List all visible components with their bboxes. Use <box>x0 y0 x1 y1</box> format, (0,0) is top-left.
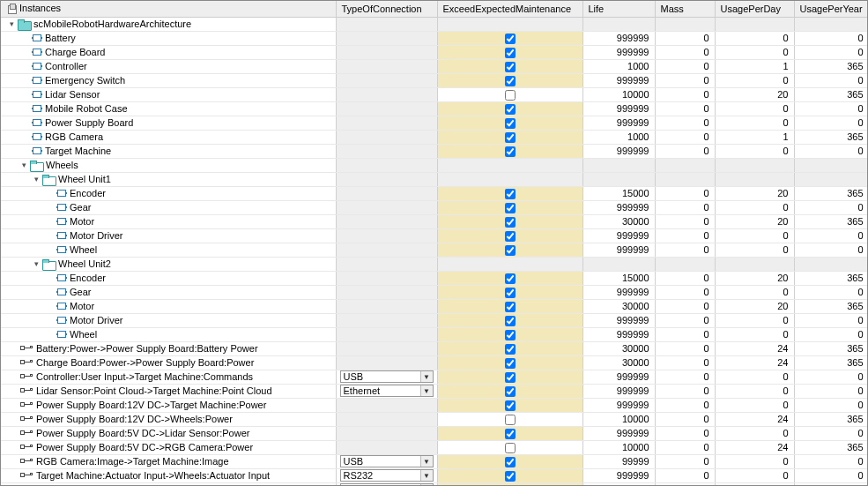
cell-life[interactable]: 999999 <box>582 144 655 158</box>
cell-usageperyear[interactable]: 0 <box>794 426 868 440</box>
cell-exceed[interactable] <box>437 299 582 313</box>
col-usageperday[interactable]: UsagePerDay <box>715 1 794 17</box>
cell-usageperday[interactable]: 0 <box>715 228 794 243</box>
table-row[interactable]: Motor Driver999999000 <box>1 228 868 243</box>
cell-mass[interactable]: 0 <box>655 412 715 426</box>
cell-exceed[interactable] <box>437 454 582 468</box>
table-row[interactable]: ▾Wheel Unit1 <box>1 172 868 186</box>
cell-mass[interactable]: 0 <box>655 285 715 299</box>
cell-mass[interactable]: 0 <box>655 370 715 384</box>
cell-life[interactable]: 30000 <box>582 214 655 228</box>
cell-exceed[interactable] <box>437 144 582 158</box>
cell-usageperday[interactable]: 24 <box>715 412 794 426</box>
cell-usageperyear[interactable]: 365 <box>794 214 868 228</box>
cell-life[interactable]: 999999 <box>582 426 655 440</box>
cell-life[interactable]: 999999 <box>582 327 655 341</box>
type-dropdown[interactable]: RS232▼ <box>340 469 434 482</box>
cell-exceed[interactable] <box>437 355 582 370</box>
table-row[interactable]: Gear999999000 <box>1 285 868 299</box>
cell-instances[interactable]: Battery:Power->Power Supply Board:Batter… <box>1 341 336 355</box>
cell-instances[interactable]: Controller <box>1 59 336 73</box>
exceed-checkbox[interactable] <box>505 231 516 242</box>
cell-life[interactable]: 999999 <box>582 101 655 116</box>
table-row[interactable]: Power Supply Board999999000 <box>1 116 868 130</box>
cell-usageperyear[interactable]: 0 <box>794 370 868 384</box>
cell-life[interactable]: 10000 <box>582 412 655 426</box>
tree-toggle-icon[interactable]: ▾ <box>33 260 41 268</box>
table-row[interactable]: Mobile Robot Case999999000 <box>1 101 868 116</box>
cell-exceed[interactable] <box>437 412 582 426</box>
cell-usageperyear[interactable]: 365 <box>794 412 868 426</box>
cell-instances[interactable]: Wheel <box>1 243 336 257</box>
cell-mass[interactable]: 0 <box>655 186 715 200</box>
cell-usageperyear[interactable]: 0 <box>794 398 868 412</box>
table-row[interactable]: Motor30000020365 <box>1 214 868 228</box>
exceed-checkbox[interactable] <box>505 316 516 326</box>
cell-mass[interactable]: 0 <box>655 130 715 144</box>
cell-usageperyear[interactable]: 0 <box>794 468 868 482</box>
cell-instances[interactable]: Wheels:Encoder Reading 1->Target Machine… <box>1 482 336 486</box>
cell-usageperday[interactable]: 24 <box>715 341 794 355</box>
exceed-checkbox[interactable] <box>505 118 516 129</box>
exceed-checkbox[interactable] <box>505 76 516 86</box>
cell-usageperday[interactable]: 0 <box>715 482 794 486</box>
exceed-checkbox[interactable] <box>505 217 516 228</box>
cell-instances[interactable]: Power Supply Board:12V DC->Wheels:Power <box>1 412 336 426</box>
cell-usageperday[interactable]: 0 <box>715 313 794 327</box>
cell-usageperyear[interactable]: 0 <box>794 482 868 486</box>
table-row[interactable]: Power Supply Board:12V DC->Wheels:Power1… <box>1 412 868 426</box>
cell-life[interactable]: 15000 <box>582 186 655 200</box>
table-row[interactable]: ▾Wheels <box>1 158 868 172</box>
cell-mass[interactable]: 0 <box>655 116 715 130</box>
chevron-down-icon[interactable]: ▼ <box>420 385 433 396</box>
cell-life[interactable]: 999999 <box>582 200 655 214</box>
cell-type[interactable]: RS232▼ <box>336 468 437 482</box>
cell-life[interactable]: 999999 <box>582 468 655 482</box>
cell-type[interactable]: USB▼ <box>336 454 437 468</box>
cell-exceed[interactable] <box>437 116 582 130</box>
cell-usageperyear[interactable]: 0 <box>794 45 868 59</box>
cell-type[interactable]: Ethernet▼ <box>336 384 437 398</box>
cell-instances[interactable]: Controller:User Input->Target Machine:Co… <box>1 370 336 384</box>
cell-usageperday[interactable]: 0 <box>715 285 794 299</box>
cell-usageperday[interactable]: 0 <box>715 426 794 440</box>
exceed-checkbox[interactable] <box>505 443 516 453</box>
exceed-checkbox[interactable] <box>505 344 516 355</box>
cell-usageperday[interactable]: 20 <box>715 186 794 200</box>
table-row[interactable]: Battery999999000 <box>1 31 868 45</box>
cell-life[interactable]: 999999 <box>582 370 655 384</box>
cell-life[interactable]: 999999 <box>582 313 655 327</box>
cell-mass[interactable]: 0 <box>655 214 715 228</box>
table-row[interactable]: Lidar Sensor:Point Cloud->Target Machine… <box>1 384 868 398</box>
cell-instances[interactable]: ▾Wheels <box>1 158 336 172</box>
cell-type[interactable]: RS232▼ <box>336 482 437 486</box>
col-type[interactable]: TypeOfConnection <box>336 1 437 17</box>
cell-usageperday[interactable]: 0 <box>715 398 794 412</box>
exceed-checkbox[interactable] <box>505 104 516 115</box>
cell-usageperyear[interactable]: 365 <box>794 59 868 73</box>
cell-usageperyear[interactable]: 365 <box>794 87 868 101</box>
cell-exceed[interactable] <box>437 243 582 257</box>
table-row[interactable]: Motor30000020365 <box>1 299 868 313</box>
cell-instances[interactable]: Lidar Sensor:Point Cloud->Target Machine… <box>1 384 336 398</box>
cell-instances[interactable]: Power Supply Board:12V DC->Target Machin… <box>1 398 336 412</box>
tree-toggle-icon[interactable]: ▾ <box>8 20 16 28</box>
cell-instances[interactable]: Gear <box>1 285 336 299</box>
cell-usageperyear[interactable]: 0 <box>794 454 868 468</box>
cell-exceed[interactable] <box>437 271 582 285</box>
cell-usageperday[interactable]: 0 <box>715 327 794 341</box>
exceed-checkbox[interactable] <box>505 34 516 44</box>
cell-mass[interactable]: 0 <box>655 482 715 486</box>
cell-life[interactable]: 999999 <box>582 73 655 87</box>
table-row[interactable]: Emergency Switch999999000 <box>1 73 868 87</box>
cell-usageperday[interactable]: 24 <box>715 355 794 370</box>
cell-mass[interactable]: 0 <box>655 468 715 482</box>
cell-usageperyear[interactable]: 365 <box>794 186 868 200</box>
cell-instances[interactable]: ▾Wheel Unit1 <box>1 172 336 186</box>
exceed-checkbox[interactable] <box>505 245 516 256</box>
cell-mass[interactable]: 0 <box>655 384 715 398</box>
cell-exceed[interactable] <box>437 186 582 200</box>
cell-mass[interactable]: 0 <box>655 243 715 257</box>
table-row[interactable]: Motor Driver999999000 <box>1 313 868 327</box>
cell-life[interactable]: 999999 <box>582 31 655 45</box>
